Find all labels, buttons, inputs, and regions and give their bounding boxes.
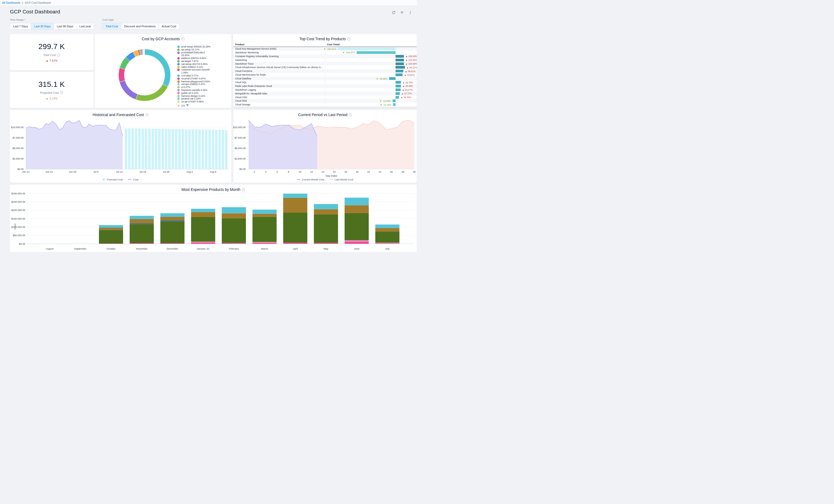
page-down-icon[interactable] <box>186 104 189 106</box>
stacked-bar-segment <box>160 243 184 244</box>
info-icon[interactable] <box>57 53 60 57</box>
time-range-option-last-7-days[interactable]: Last 7 Days <box>10 23 31 29</box>
cost-by-gcp-accounts-card: Cost by GCP Accounts prod-setup-205416 3… <box>95 34 232 108</box>
forecast-bar <box>218 130 221 169</box>
column-header-cost-trend[interactable]: Cost Trend <box>327 43 339 46</box>
legend-label: ø 0.27% <box>181 86 211 89</box>
legend-label: pr10406a87045145c3 15.20% <box>181 51 211 57</box>
time-range-option-last-30-days[interactable]: Last 30 Days <box>31 23 53 29</box>
donut-legend-item-pr10406a87045145c3[interactable]: pr10406a87045145c3 15.20% <box>177 51 230 57</box>
trend-table-row-stackdriver-logging[interactable]: Stackdriver Logging▲ 25.27% <box>233 88 417 92</box>
forecast-bar <box>178 129 181 169</box>
last-line-icon <box>330 179 333 180</box>
svg-text:$2,500.00: $2,500.00 <box>13 157 24 160</box>
legend-cost[interactable]: Cost <box>128 178 138 181</box>
cost-type-option-total-cost[interactable]: Total Cost <box>102 23 121 29</box>
svg-text:12: 12 <box>310 171 313 173</box>
legend-dot-icon <box>177 63 180 65</box>
trend-table-row-redis-labs-redis-enterprise-cloud[interactable]: Redis Labs Redis Enterprise Cloud▲ 25.38… <box>233 84 417 88</box>
info-icon[interactable] <box>347 38 350 41</box>
donut-legend-item-qa-setup[interactable]: qa-setup 23.17% <box>177 48 230 51</box>
cost-type-option-discount-and-promotions[interactable]: Discount and Promotions <box>121 23 159 29</box>
stacked-bar-segment <box>283 194 307 198</box>
forecast-bar <box>141 129 144 169</box>
trend-table-row-cloud-storage[interactable]: Cloud Storage▼ -13.19% <box>233 103 417 106</box>
trend-percent: ▲ 25.27% <box>402 88 413 91</box>
trend-table-row-container-registry-vulnerability-scannin[interactable]: Container Registry Vulnerability Scannin… <box>233 54 417 58</box>
trend-bar <box>396 92 400 95</box>
forecast-bar <box>131 128 134 169</box>
time-range-option-last-year[interactable]: Last year <box>76 23 94 29</box>
donut-legend-item-ce-qa-274307[interactable]: ce-qa-274307 0.06% <box>177 100 230 103</box>
top-cost-trend-card: Top Cost Trend by Products Product Cost … <box>233 34 417 108</box>
forecast-bar <box>215 130 218 169</box>
donut-legend-item-secops-239815[interactable]: secops-239815 0.37% <box>177 83 230 86</box>
donut-legend-item-prod-setup-205416[interactable]: prod-setup-205416 32.29% <box>177 45 230 48</box>
donut-slice-prod-setup-205416[interactable] <box>145 49 171 87</box>
stacked-bar-segment <box>160 217 184 220</box>
breadcrumb-link-all-dashboards[interactable]: All Dashboards <box>2 1 20 4</box>
stacked-bar-segment <box>314 210 338 215</box>
trend-percent: ▼ -32.06% <box>376 78 388 80</box>
current-line-icon <box>297 179 300 180</box>
donut-slice-qa-setup[interactable] <box>136 84 168 101</box>
trend-table-row-cloud-functions[interactable]: Cloud Functions▲ 38.41% <box>233 69 417 73</box>
legend-label: ccm-play 0.77% <box>181 74 211 77</box>
filter-icon[interactable] <box>400 11 404 15</box>
trend-table-row-cloud-sql[interactable]: Cloud SQL▲ 25.70% <box>233 81 417 84</box>
trend-percent: ▲ 100.00% <box>405 59 417 61</box>
horizontal-scrollbar[interactable] <box>233 106 417 108</box>
legend-dot-icon <box>177 89 180 91</box>
svg-text:Jun 21: Jun 21 <box>45 171 53 173</box>
donut-legend-item-qa-target[interactable]: qa-target 7.57% <box>177 60 230 63</box>
trend-table-row-networking[interactable]: Networking▲ 100.00% <box>233 58 417 62</box>
forecast-bar <box>168 129 171 169</box>
donut-legend-item-golink-url[interactable]: golink-url 0.14% <box>177 92 230 95</box>
donut-legend-item-harness-playground[interactable]: harness-playground 0.52% <box>177 80 230 83</box>
trend-table-row-cloud-cdn[interactable]: Cloud CDN▲ 16.34% <box>233 95 417 99</box>
column-header-product[interactable]: Product <box>235 43 244 46</box>
kebab-menu-icon[interactable] <box>409 11 412 15</box>
trend-table-row-cloud-dataflow[interactable]: Cloud Dataflow▼ -32.06% <box>233 77 417 81</box>
legend-last-month[interactable]: Last Month Cost <box>330 178 353 181</box>
donut-legend-item-ccm-play[interactable]: ccm-play 0.77% <box>177 74 230 77</box>
page-up-icon[interactable] <box>177 104 180 106</box>
forecast-bar <box>212 130 214 169</box>
donut-legend-item-[interactable]: ø 0.27% <box>177 86 230 89</box>
monthly-products-chart: $0.00$50,000.00$100,000.00$150,000.00$20… <box>10 185 417 252</box>
trend-bar <box>389 77 396 80</box>
refresh-icon[interactable] <box>392 11 396 15</box>
forecast-bar <box>161 129 164 169</box>
trend-table-row-cloud-key-management-service-kms[interactable]: Cloud Key Management Service (KMS)▼ -342… <box>233 47 417 51</box>
donut-legend-item-sales-209522[interactable]: sales-209522 3.11% <box>177 66 230 69</box>
donut-legend-item-uat-setup-261723[interactable]: uat-setup-261723 5.55% <box>177 63 230 66</box>
cost-type-option-actual-cost[interactable]: Actual Cost <box>158 23 179 29</box>
trend-table-row-cloud-memorystore-for-redis[interactable]: Cloud Memorystore for Redis▲ 33.51% <box>233 73 417 77</box>
trend-table-row-stackdriver-monitoring[interactable]: Stackdriver Monitoring▼ -146.37% <box>233 51 417 54</box>
legend-dot-icon <box>177 92 180 94</box>
trend-table-row-cloud-dns[interactable]: Cloud DNS▼ -14.53% <box>233 99 417 103</box>
legend-dot-icon <box>177 95 180 97</box>
trend-table-row-cloud-infrastructure-services-gitlab-ser[interactable]: Cloud Infrastructure Services GitLab Ser… <box>233 65 417 69</box>
legend-label: pentest-uat 0.10% <box>181 97 211 100</box>
donut-legend-item-harness-design[interactable]: harness-design 0.13% <box>177 95 230 97</box>
chevron-right-icon: ❯ <box>22 2 24 4</box>
legend-dot-icon <box>177 66 180 68</box>
donut-slice-platform-205701[interactable] <box>118 68 125 82</box>
stacked-bar-segment <box>191 243 215 244</box>
donut-slice-pr10406a87045145c3[interactable] <box>119 81 138 100</box>
trend-percent: ▲ 100.00% <box>405 55 417 58</box>
info-icon[interactable] <box>60 91 63 94</box>
forecast-bar <box>172 129 174 169</box>
legend-current-month[interactable]: Current Month Cost <box>297 178 324 181</box>
trend-table-row-stackdriver-trace[interactable]: Stackdriver Trace▲ 100.00% <box>233 62 417 66</box>
donut-legend-item-platform-205701[interactable]: platform-205701 8.82% <box>177 57 230 60</box>
legend-forecast-cost[interactable]: Forecast Cost <box>103 178 123 181</box>
donut-legend-item-ce-prod-274307[interactable]: ce-prod-274307 0.67% <box>177 77 230 80</box>
time-range-option-last-90-days[interactable]: Last 90 Days <box>53 23 76 29</box>
donut-legend-item-customer-success-244100[interactable]: customer-success-244100 1.00% <box>177 68 230 74</box>
trend-table-row-mongodb-inc-mongodb-atlas[interactable]: MongoDB Inc. MongoDB Atlas▲ 21.37% <box>233 92 417 95</box>
svg-text:September: September <box>74 247 86 250</box>
donut-legend-item-pentest-uat[interactable]: pentest-uat 0.10% <box>177 97 230 100</box>
donut-legend-item-freemium-sample[interactable]: freemium-sample 0.19% <box>177 89 230 92</box>
